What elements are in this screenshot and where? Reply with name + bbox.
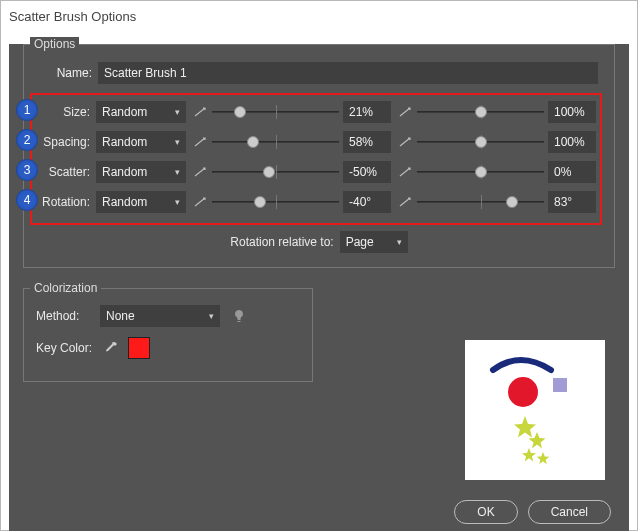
size-label: Size:: [32, 105, 90, 119]
svg-point-1: [508, 377, 538, 407]
method-label: Method:: [36, 309, 96, 323]
chevron-down-icon: ▾: [175, 137, 180, 147]
badge-2: 2: [16, 129, 38, 151]
chevron-down-icon: ▾: [175, 197, 180, 207]
spacing-slider-2[interactable]: [417, 131, 544, 153]
flip-icon[interactable]: [397, 131, 413, 153]
flip-icon[interactable]: [397, 101, 413, 123]
name-row: Name:: [36, 61, 602, 85]
size-slider-1[interactable]: [212, 101, 339, 123]
name-label: Name:: [36, 66, 92, 80]
flip-icon[interactable]: [192, 101, 208, 123]
flip-icon[interactable]: [192, 191, 208, 213]
options-group: Options Name: 1 2 3 4 Size: Random▾ 21%: [23, 44, 615, 268]
badge-3: 3: [16, 159, 38, 181]
param-row-scatter: Scatter: Random▾ -50% 0%: [32, 159, 596, 185]
key-color-swatch[interactable]: [128, 337, 150, 359]
scatter-value-2[interactable]: 0%: [548, 161, 596, 183]
brush-preview: [465, 340, 605, 480]
eyedropper-icon[interactable]: [100, 337, 122, 359]
spacing-slider-1[interactable]: [212, 131, 339, 153]
window-title: Scatter Brush Options: [9, 7, 629, 30]
method-value: None: [106, 309, 135, 323]
scatter-value-1[interactable]: -50%: [343, 161, 391, 183]
method-row: Method: None▾: [36, 303, 300, 329]
name-input[interactable]: [98, 62, 598, 84]
spacing-mode-select[interactable]: Random▾: [96, 131, 186, 153]
scatter-mode-value: Random: [102, 165, 147, 179]
badge-4: 4: [16, 189, 38, 211]
scatter-slider-2[interactable]: [417, 161, 544, 183]
method-select[interactable]: None▾: [100, 305, 220, 327]
rotation-relative-value: Page: [346, 235, 374, 249]
dialog-footer: OK Cancel: [454, 500, 611, 524]
flip-icon[interactable]: [397, 191, 413, 213]
highlighted-params: 1 2 3 4 Size: Random▾ 21% 100% Spaci: [30, 93, 602, 225]
scatter-mode-select[interactable]: Random▾: [96, 161, 186, 183]
spacing-value-2[interactable]: 100%: [548, 131, 596, 153]
size-value-2[interactable]: 100%: [548, 101, 596, 123]
chevron-down-icon: ▾: [175, 107, 180, 117]
scatter-label: Scatter:: [32, 165, 90, 179]
svg-rect-0: [553, 378, 567, 392]
rotation-value-2[interactable]: 83°: [548, 191, 596, 213]
param-row-rotation: Rotation: Random▾ -40° 83°: [32, 189, 596, 215]
rotation-relative-row: Rotation relative to: Page▾: [36, 229, 602, 255]
scatter-slider-1[interactable]: [212, 161, 339, 183]
rotation-relative-select[interactable]: Page▾: [340, 231, 408, 253]
param-row-spacing: Spacing: Random▾ 58% 100%: [32, 129, 596, 155]
chevron-down-icon: ▾: [175, 167, 180, 177]
rotation-value-1[interactable]: -40°: [343, 191, 391, 213]
ok-button[interactable]: OK: [454, 500, 517, 524]
rotation-label: Rotation:: [32, 195, 90, 209]
rotation-slider-1[interactable]: [212, 191, 339, 213]
spacing-value-1[interactable]: 58%: [343, 131, 391, 153]
spacing-label: Spacing:: [32, 135, 90, 149]
size-mode-select[interactable]: Random▾: [96, 101, 186, 123]
size-slider-2[interactable]: [417, 101, 544, 123]
flip-icon[interactable]: [192, 131, 208, 153]
badge-1: 1: [16, 99, 38, 121]
size-mode-value: Random: [102, 105, 147, 119]
cancel-button[interactable]: Cancel: [528, 500, 611, 524]
colorization-group-label: Colorization: [30, 281, 101, 295]
dialog-body: Options Name: 1 2 3 4 Size: Random▾ 21%: [9, 44, 629, 531]
flip-icon[interactable]: [192, 161, 208, 183]
key-color-label: Key Color:: [36, 341, 96, 355]
spacing-mode-value: Random: [102, 135, 147, 149]
chevron-down-icon: ▾: [209, 311, 214, 321]
options-group-label: Options: [30, 37, 79, 51]
key-color-row: Key Color:: [36, 335, 300, 361]
outer-frame: Scatter Brush Options Options Name: 1 2 …: [0, 0, 638, 531]
rotation-slider-2[interactable]: [417, 191, 544, 213]
size-value-1[interactable]: 21%: [343, 101, 391, 123]
rotation-mode-value: Random: [102, 195, 147, 209]
rotation-mode-select[interactable]: Random▾: [96, 191, 186, 213]
flip-icon[interactable]: [397, 161, 413, 183]
colorization-group: Colorization Method: None▾ Key Color:: [23, 288, 313, 382]
param-row-size: Size: Random▾ 21% 100%: [32, 99, 596, 125]
tip-icon[interactable]: [228, 305, 250, 327]
chevron-down-icon: ▾: [397, 237, 402, 247]
rotation-relative-label: Rotation relative to:: [230, 235, 333, 249]
